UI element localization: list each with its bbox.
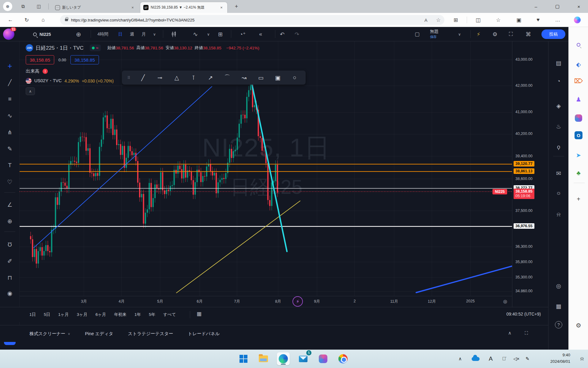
notification-bell-icon[interactable]: ⍾ (580, 350, 584, 368)
time-axis[interactable]: ◎ 3月4月5月6月7月8月9月211月12月2025 (20, 296, 512, 307)
window-maximize-button[interactable]: ▢ (552, 1, 563, 12)
time-tick-label[interactable]: 11月 (390, 299, 398, 304)
drawing-mode-icon[interactable]: ✐ (0, 255, 20, 266)
microsoft-365-icon[interactable] (569, 113, 588, 124)
time-tick-label[interactable]: 5月 (157, 299, 163, 304)
tv-user-avatar[interactable]: 11 (3, 29, 14, 40)
onedrive-icon[interactable] (472, 350, 480, 368)
floating-drawing-toolbar[interactable]: ⠿ ╱⊸△⊺↗⌒↝▭▣○ (122, 71, 306, 85)
split-screen-icon[interactable]: ◫ (473, 15, 483, 25)
emoji-icon[interactable]: ♡ (0, 176, 20, 187)
wifi-icon[interactable]: ⌒̇ (502, 350, 506, 368)
window-close-button[interactable]: × (574, 1, 584, 12)
legend-collapse-button[interactable]: ∧ (26, 87, 35, 95)
timeframe-1w[interactable]: 週 (130, 27, 134, 41)
ideas-icon[interactable]: ϙ (548, 141, 569, 152)
brush-icon[interactable]: ✎ (0, 143, 20, 154)
time-tick-label[interactable]: 12月 (428, 299, 436, 304)
tray-show-hidden-icon[interactable]: ∧ (458, 350, 462, 368)
bottom-tab[interactable]: ストラテジーテスター (128, 331, 173, 337)
lock-all-icon[interactable]: ⊓ (0, 272, 20, 283)
copilot-icon[interactable] (574, 17, 581, 23)
ellipse-tool-icon[interactable]: ○ (288, 71, 302, 85)
bar-replay-icon[interactable]: « (259, 27, 262, 41)
time-tick-label[interactable]: 9月 (314, 299, 320, 304)
bottom-tab[interactable]: トレードパネル (188, 331, 220, 337)
range-button-年初来[interactable]: 年初来 (114, 312, 127, 317)
extensions-icon[interactable]: ⊞ (451, 15, 461, 25)
browser-profile-avatar[interactable]: ☻ (3, 2, 12, 11)
collections-icon[interactable]: ▣ (514, 15, 524, 25)
address-bar[interactable]: https://jp.tradingview.com/chart/yGf84wL… (60, 15, 444, 25)
ruler-icon[interactable]: ∠ (0, 199, 20, 210)
notifications-icon[interactable]: ⍾ (548, 209, 569, 220)
time-tick-label[interactable]: 6月 (197, 299, 202, 304)
callout-tool-icon[interactable]: ▣ (271, 71, 285, 85)
go-to-date-icon[interactable]: ▦ (197, 311, 202, 317)
toolbox-icon[interactable]: ⌦ (569, 75, 588, 86)
zoom-in-icon[interactable]: ⊕ (0, 216, 20, 227)
taskbar-clock[interactable]: 9:40 2024/08/01 (550, 352, 570, 365)
alert-icon[interactable]: ◔⁺ (239, 27, 246, 41)
layout-grid-icon[interactable]: ⊞ (218, 27, 223, 41)
browser-essentials-icon[interactable]: ♥ (533, 15, 543, 25)
shopping-icon[interactable]: ⬖ (569, 59, 588, 70)
volume-muted-icon[interactable]: ◁× (513, 350, 519, 368)
fullscreen-icon[interactable]: ⛶ (509, 27, 513, 41)
time-tick-label[interactable]: 2 (354, 299, 356, 303)
save-button[interactable]: 保存 (430, 35, 439, 39)
price-scale[interactable]: 43,000.0042,000.0041,000.0040,200.0039,4… (512, 41, 548, 307)
calendar-icon[interactable]: ▦ (548, 301, 569, 312)
layout-select-icon[interactable]: ▢ (415, 27, 420, 41)
bookmark-star-icon[interactable]: ☆ (436, 17, 441, 23)
timeframe-1d[interactable]: 日 (118, 27, 123, 41)
window-minimize-button[interactable]: – (531, 1, 541, 12)
new-tab-button[interactable]: + (232, 2, 241, 11)
watchlist-icon[interactable]: ▤ (548, 57, 569, 68)
time-tick-label[interactable]: 4月 (119, 299, 124, 304)
help-icon[interactable]: ? (548, 319, 569, 330)
symbol-search-button[interactable]: NI225 (33, 27, 51, 41)
chrome-icon[interactable] (337, 352, 349, 365)
sell-button[interactable]: 38,158.85 (26, 55, 54, 64)
panel-expand-chevron-icon[interactable]: ∧ (508, 330, 511, 336)
text-icon[interactable]: T (0, 160, 20, 171)
layout-chevron-icon[interactable]: ∨ (458, 27, 461, 41)
time-tick-label[interactable]: 3月 (81, 299, 87, 304)
rectangle-tool-icon[interactable]: ▭ (254, 71, 268, 85)
more-menu-icon[interactable]: … (553, 15, 563, 25)
tab-close-icon[interactable]: × (130, 5, 135, 10)
time-tick-label[interactable]: 7月 (234, 299, 240, 304)
panel-maximize-icon[interactable]: ⛶ (525, 330, 528, 336)
range-button-5日[interactable]: 5日 (44, 312, 50, 317)
edge-taskbar-icon[interactable] (277, 352, 290, 365)
crosshair-icon[interactable]: + (0, 60, 20, 71)
start-button[interactable] (237, 352, 250, 365)
alerts-clock-icon[interactable]: ◔ (548, 76, 569, 87)
time-tick-label[interactable]: 8月 (275, 299, 281, 304)
games-icon[interactable]: ♟ (569, 94, 588, 105)
workspaces-icon[interactable]: ⧉ (19, 2, 27, 11)
range-button-1年[interactable]: 1年 (134, 312, 141, 317)
outlook-icon[interactable]: O (575, 131, 582, 139)
range-button-6ヶ月[interactable]: 6ヶ月 (96, 312, 106, 317)
undo-icon[interactable]: ↶ (280, 27, 285, 41)
range-button-5年[interactable]: 5年 (149, 312, 155, 317)
horizontal-line-tool-icon[interactable]: ⊸ (153, 71, 167, 85)
tab-new-tab[interactable]: ⋯ 新しいタブ × (52, 2, 138, 13)
drop-icon[interactable]: ➤ (569, 150, 588, 161)
market-status-chip[interactable]: ≈ (90, 44, 101, 51)
polyline-tool-icon[interactable]: ↝ (237, 71, 251, 85)
layout-name-block[interactable]: 無題 保存 (430, 29, 439, 39)
range-button-1日[interactable]: 1日 (29, 312, 36, 317)
quick-search-flash-icon[interactable]: ⚡ (477, 27, 481, 41)
sidebar-settings-icon[interactable]: ⚙ (569, 320, 588, 331)
indicator-name[interactable]: US02Y・TVC (34, 78, 62, 84)
tab-tradingview[interactable]: 17 NI225 38,158.85 ▼ −2.41% 無題 × (140, 2, 227, 13)
live-streams-icon[interactable]: ☼ (548, 187, 569, 198)
refresh-icon[interactable]: ↻ (22, 15, 32, 25)
range-button-1ヶ月[interactable]: 1ヶ月 (58, 312, 69, 317)
range-button-すべて[interactable]: すべて (163, 312, 176, 317)
home-icon[interactable]: ⌂ (38, 15, 48, 25)
chart-type-icon[interactable] (172, 27, 176, 41)
